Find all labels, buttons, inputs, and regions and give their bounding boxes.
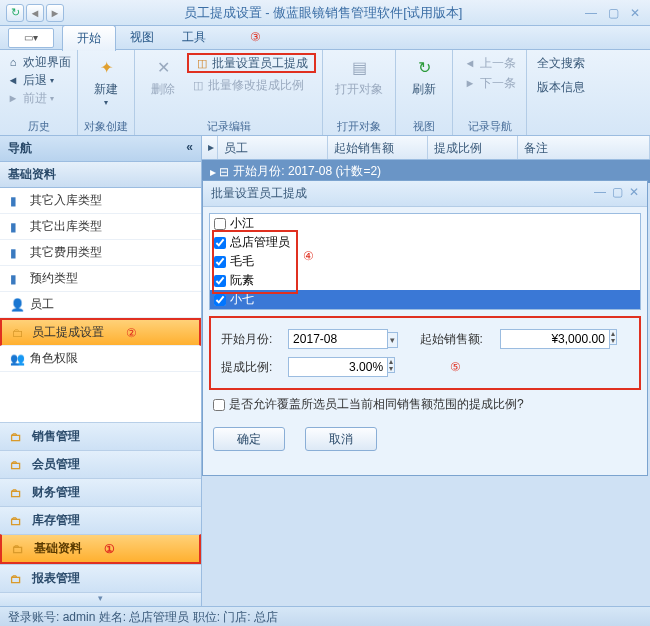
start-month-label: 开始月份: xyxy=(217,326,282,352)
refresh-icon: ↻ xyxy=(412,55,436,79)
titlebar: ↻ ◄ ► 员工提成设置 - 傲蓝眼镜销售管理软件[试用版本] — ▢ ✕ xyxy=(0,0,650,26)
tab-view[interactable]: 视图 xyxy=(116,25,168,50)
annotation-5: ⑤ xyxy=(450,360,461,374)
close-icon[interactable]: ✕ xyxy=(626,6,644,20)
tree-item-role[interactable]: 👥角色权限 xyxy=(0,346,201,372)
group-recnav: 记录导航 xyxy=(468,118,512,134)
folder-report[interactable]: 🗀报表管理 xyxy=(0,564,201,592)
folder-sales[interactable]: 🗀销售管理 xyxy=(0,422,201,450)
window-controls: — ▢ ✕ xyxy=(582,6,644,20)
folder-icon: 🗀 xyxy=(10,430,26,444)
group-history: 历史 xyxy=(28,118,50,134)
welcome-button[interactable]: ⌂欢迎界面 xyxy=(2,53,75,71)
tree-item-appointment[interactable]: ▮预约类型 xyxy=(0,266,201,292)
fulltext-search-button[interactable]: 全文搜索 xyxy=(533,53,589,73)
list-icon: ▮ xyxy=(10,246,24,260)
tree-item-employee[interactable]: 👤员工 xyxy=(0,292,201,318)
list-item[interactable]: 小江 xyxy=(210,214,640,233)
list-item[interactable]: 毛毛 xyxy=(210,252,640,271)
qa-back-icon[interactable]: ◄ xyxy=(26,4,44,22)
folder-basic[interactable]: 🗀基础资料① xyxy=(0,534,201,564)
sidebar-collapse-icon[interactable]: « xyxy=(186,140,193,157)
new-button[interactable]: ✦新建▾ xyxy=(84,53,128,109)
ribbon: ⌂欢迎界面 ◄后退▾ ►前进▾ 历史 ✦新建▾ 对象创建 ✕删除 ◫批量设置员工… xyxy=(0,50,650,136)
delete-button[interactable]: ✕删除 xyxy=(141,53,185,100)
start-month-input[interactable] xyxy=(288,329,388,349)
window-title: 员工提成设置 - 傲蓝眼镜销售管理软件[试用版本] xyxy=(64,4,582,22)
spinner-icon[interactable]: ▴▾ xyxy=(388,357,395,373)
col-start-sales[interactable]: 起始销售额 xyxy=(328,136,428,159)
ratio-input[interactable] xyxy=(288,357,388,377)
tab-tools[interactable]: 工具 xyxy=(168,25,220,50)
annotation-2: ② xyxy=(126,326,137,340)
collapse-icon[interactable]: ▸ ⊟ xyxy=(210,165,229,179)
folder-icon: 🗀 xyxy=(12,542,28,556)
tab-start[interactable]: 开始 xyxy=(62,25,116,51)
checkbox[interactable] xyxy=(214,256,226,268)
role-icon: 👥 xyxy=(10,352,24,366)
sidebar-expand-icon[interactable]: ▾ xyxy=(0,592,201,606)
col-remark[interactable]: 备注 xyxy=(518,136,650,159)
annotation-1: ① xyxy=(104,542,115,556)
checkbox[interactable] xyxy=(214,294,226,306)
dialog-close-icon[interactable]: ✕ xyxy=(629,185,639,202)
checkbox[interactable] xyxy=(213,399,225,411)
tree-item-commission-settings[interactable]: 🗀员工提成设置② xyxy=(0,318,201,346)
app-menu-button[interactable]: ▭▾ xyxy=(8,28,54,48)
list-item[interactable]: 总店管理员 xyxy=(210,233,640,252)
open-icon: ▤ xyxy=(347,55,371,79)
employee-list[interactable]: 小江 总店管理员 毛毛 阮素 小七 xyxy=(209,213,641,310)
annotation-4: ④ xyxy=(303,249,314,263)
dialog-minimize-icon[interactable]: — xyxy=(594,185,606,202)
list-item[interactable]: 小七 xyxy=(210,290,640,309)
version-info-button[interactable]: 版本信息 xyxy=(533,77,589,97)
ok-button[interactable]: 确定 xyxy=(213,427,285,451)
col-ratio[interactable]: 提成比例 xyxy=(428,136,518,159)
batch-set-commission-button[interactable]: ◫批量设置员工提成 xyxy=(187,53,316,73)
maximize-icon[interactable]: ▢ xyxy=(604,6,622,20)
forward-icon: ► xyxy=(6,91,20,105)
overwrite-check[interactable]: 是否允许覆盖所选员工当前相同销售额范围的提成比例? xyxy=(213,396,637,413)
tree-item-other-out[interactable]: ▮其它出库类型 xyxy=(0,214,201,240)
grid-selector[interactable]: ▸ xyxy=(202,136,218,159)
batch-modify-ratio-button[interactable]: ◫批量修改提成比例 xyxy=(187,75,316,95)
grid-header: ▸ 员工 起始销售额 提成比例 备注 xyxy=(202,136,650,160)
qa-refresh-icon[interactable]: ↻ xyxy=(6,4,24,22)
folder-icon: 🗀 xyxy=(12,326,26,340)
quick-access: ↻ ◄ ► xyxy=(6,4,64,22)
prev-record-button[interactable]: ◄上一条 xyxy=(459,53,520,73)
back-button[interactable]: ◄后退▾ xyxy=(2,71,58,89)
next-record-button[interactable]: ►下一条 xyxy=(459,73,520,93)
folder-finance[interactable]: 🗀财务管理 xyxy=(0,478,201,506)
checkbox[interactable] xyxy=(214,275,226,287)
sidebar-section-basic[interactable]: 基础资料 xyxy=(0,162,201,188)
qa-forward-icon[interactable]: ► xyxy=(46,4,64,22)
list-item[interactable]: 阮素 xyxy=(210,271,640,290)
new-icon: ✦ xyxy=(94,55,118,79)
list-icon: ▮ xyxy=(10,194,24,208)
folder-member[interactable]: 🗀会员管理 xyxy=(0,450,201,478)
cancel-button[interactable]: 取消 xyxy=(305,427,377,451)
start-sales-input[interactable] xyxy=(500,329,610,349)
spinner-icon[interactable]: ▴▾ xyxy=(610,329,617,345)
dropdown-icon[interactable]: ▾ xyxy=(388,332,398,348)
folder-stock[interactable]: 🗀库存管理 xyxy=(0,506,201,534)
folder-icon: 🗀 xyxy=(10,572,26,586)
batch-commission-dialog: 批量设置员工提成 —▢✕ 小江 总店管理员 毛毛 阮素 小七 ④ 开始月份: xyxy=(202,180,648,476)
col-employee[interactable]: 员工 xyxy=(218,136,328,159)
minimize-icon[interactable]: — xyxy=(582,6,600,20)
content: ▸ 员工 起始销售额 提成比例 备注 ▸ ⊟开始月份: 2017-08 (计数=… xyxy=(202,136,650,606)
forward-button[interactable]: ►前进▾ xyxy=(2,89,58,107)
delete-icon: ✕ xyxy=(151,55,175,79)
tree-item-other-in[interactable]: ▮其它入库类型 xyxy=(0,188,201,214)
tree-item-other-fee[interactable]: ▮其它费用类型 xyxy=(0,240,201,266)
dialog-maximize-icon[interactable]: ▢ xyxy=(612,185,623,202)
refresh-button[interactable]: ↻刷新 xyxy=(402,53,446,100)
checkbox[interactable] xyxy=(214,237,226,249)
back-icon: ◄ xyxy=(6,73,20,87)
checkbox[interactable] xyxy=(214,218,226,230)
annotation-3: ③ xyxy=(250,30,261,44)
open-object-button[interactable]: ▤打开对象 xyxy=(329,53,389,100)
group-create: 对象创建 xyxy=(84,118,128,134)
person-icon: 👤 xyxy=(10,298,24,312)
